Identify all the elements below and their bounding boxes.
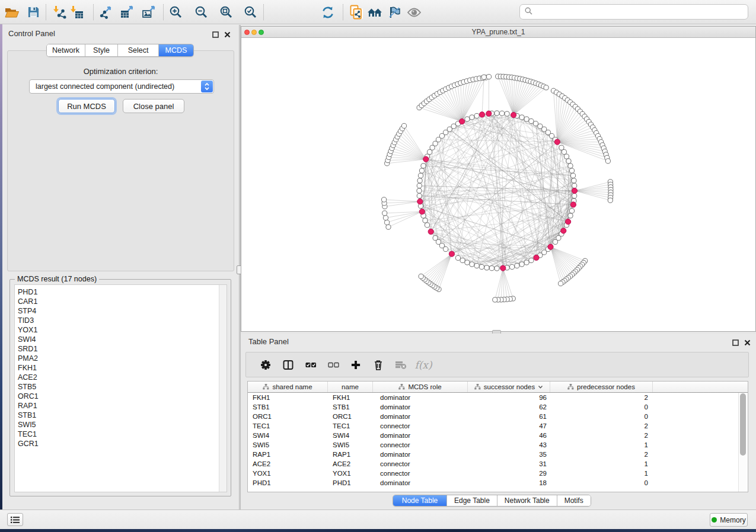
network-node[interactable] [529, 258, 534, 262]
table-row[interactable]: FKH1FKH1dominator962 [248, 393, 748, 402]
network-node[interactable] [428, 149, 432, 154]
network-node[interactable] [500, 111, 505, 116]
network-node[interactable] [385, 220, 390, 225]
column-header-shared-name[interactable]: shared name [248, 382, 328, 392]
table-row[interactable]: RAP1RAP1dominator352 [248, 450, 748, 459]
dominator-node[interactable] [561, 228, 566, 233]
table-row[interactable]: YOX1YOX1connector291 [248, 469, 748, 478]
column-header-mcds-role[interactable]: MCDS role [373, 382, 468, 392]
mcds-result-item[interactable]: SRD1 [15, 344, 227, 354]
network-node[interactable] [481, 75, 486, 79]
tab-network-table[interactable]: Network Table [497, 495, 557, 506]
zoom-in-icon[interactable] [165, 2, 186, 22]
network-node[interactable] [417, 188, 422, 193]
show-graphics-details-icon[interactable] [404, 2, 424, 22]
network-node[interactable] [421, 164, 426, 168]
import-table-icon[interactable] [67, 2, 87, 22]
dominator-node[interactable] [460, 118, 465, 124]
dominator-node[interactable] [417, 199, 423, 204]
tab-node-table[interactable]: Node Table [393, 495, 447, 506]
table-scrollbar[interactable] [738, 393, 747, 492]
network-node[interactable] [559, 145, 564, 150]
network-node[interactable] [572, 194, 577, 198]
network-node[interactable] [566, 159, 571, 164]
column-header-successor-nodes[interactable]: successor nodes [468, 382, 550, 392]
network-node[interactable] [605, 159, 610, 164]
network-node[interactable] [572, 178, 576, 183]
network-node[interactable] [519, 262, 524, 267]
dominator-node[interactable] [570, 202, 576, 207]
network-node[interactable] [524, 117, 529, 121]
dominator-node[interactable] [500, 265, 506, 271]
mcds-result-item[interactable]: GCR1 [15, 439, 227, 448]
network-node[interactable] [419, 274, 423, 278]
tab-select[interactable]: Select [118, 44, 159, 56]
network-node[interactable] [419, 168, 424, 173]
dominator-node[interactable] [554, 139, 560, 145]
network-node[interactable] [455, 255, 460, 260]
dominator-node[interactable] [566, 219, 571, 225]
task-history-button[interactable] [7, 513, 23, 526]
dominator-node[interactable] [479, 112, 484, 117]
tab-style[interactable]: Style [85, 44, 118, 56]
network-node[interactable] [465, 260, 470, 265]
network-node[interactable] [489, 266, 494, 271]
network-node[interactable] [386, 225, 391, 229]
network-node[interactable] [529, 118, 534, 123]
search-field[interactable] [519, 4, 748, 20]
network-node[interactable] [474, 113, 479, 118]
network-node[interactable] [519, 115, 524, 120]
network-node[interactable] [515, 263, 519, 268]
network-node[interactable] [493, 297, 497, 302]
mcds-result-scrollbar[interactable] [219, 285, 227, 492]
dominator-node[interactable] [428, 229, 433, 234]
network-node[interactable] [533, 121, 538, 126]
mcds-result-item[interactable]: RAP1 [15, 401, 227, 411]
mcds-result-item[interactable]: TID3 [15, 316, 227, 325]
table-settings-icon[interactable] [254, 354, 277, 376]
network-node[interactable] [570, 173, 575, 178]
zoom-out-icon[interactable] [191, 2, 211, 22]
network-node[interactable] [433, 236, 438, 241]
run-mcds-button[interactable]: Run MCDS [58, 99, 115, 113]
table-row[interactable]: SWI4SWI4dominator462 [248, 431, 748, 440]
mcds-result-item[interactable]: ACE2 [15, 373, 227, 382]
network-node[interactable] [418, 173, 423, 178]
network-node[interactable] [425, 223, 429, 227]
network-node[interactable] [568, 213, 573, 218]
dominator-node[interactable] [449, 251, 454, 257]
open-file-icon[interactable] [2, 2, 22, 22]
network-node[interactable] [524, 260, 529, 265]
network-node[interactable] [417, 183, 422, 188]
network-node[interactable] [417, 194, 422, 198]
delete-column-icon[interactable] [367, 354, 390, 376]
network-node[interactable] [495, 266, 499, 271]
close-panel-icon[interactable] [224, 30, 231, 40]
network-node[interactable] [568, 164, 573, 168]
network-node[interactable] [417, 178, 422, 183]
mcds-result-item[interactable]: TEC1 [15, 430, 227, 439]
mcds-result-item[interactable]: STP4 [15, 306, 227, 316]
show-columns-icon[interactable] [277, 354, 299, 376]
table-row[interactable]: TEC1TEC1connector472 [248, 421, 748, 431]
network-node[interactable] [553, 239, 557, 244]
table-row[interactable]: ORC1ORC1dominator610 [248, 412, 748, 421]
dominator-node[interactable] [419, 209, 425, 214]
export-image-icon[interactable] [139, 2, 159, 22]
tab-network[interactable]: Network [47, 44, 85, 56]
table-row[interactable]: SWI5SWI5connector431 [248, 440, 748, 450]
export-network-icon[interactable] [96, 2, 116, 22]
tab-motifs[interactable]: Motifs [557, 495, 591, 506]
dominator-node[interactable] [534, 255, 539, 260]
mcds-result-item[interactable]: PHD1 [15, 287, 227, 297]
network-node[interactable] [544, 85, 548, 90]
network-node[interactable] [470, 115, 474, 120]
float-panel-icon[interactable] [212, 30, 219, 40]
network-node[interactable] [383, 216, 388, 220]
tab-edge-table[interactable]: Edge Table [447, 495, 497, 506]
mcds-result-item[interactable]: CAR1 [15, 297, 227, 306]
close-panel-button[interactable]: Close panel [123, 99, 184, 113]
zoom-fit-icon[interactable] [216, 2, 236, 22]
table-row[interactable]: ACE2ACE2connector311 [248, 459, 748, 469]
network-node[interactable] [474, 263, 479, 268]
